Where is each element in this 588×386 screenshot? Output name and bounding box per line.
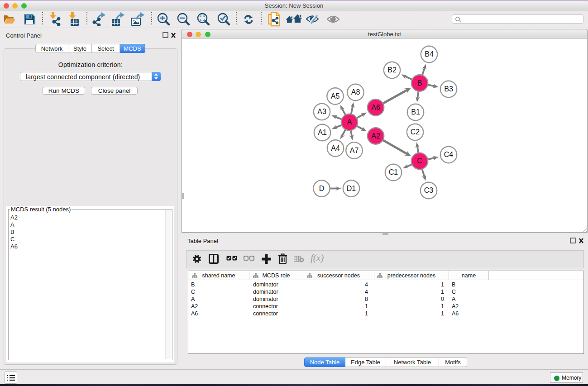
- svg-text:B4: B4: [425, 50, 434, 58]
- svg-text:A2: A2: [371, 132, 380, 140]
- svg-text:C3: C3: [424, 186, 434, 194]
- svg-text:C2: C2: [411, 128, 420, 136]
- svg-text:A8: A8: [351, 88, 360, 96]
- svg-text:B2: B2: [387, 66, 397, 74]
- svg-text:B3: B3: [444, 85, 453, 93]
- svg-text:B: B: [417, 79, 422, 87]
- svg-text:C1: C1: [389, 168, 398, 176]
- svg-text:A6: A6: [371, 104, 380, 111]
- svg-text:A5: A5: [331, 92, 340, 100]
- svg-text:A: A: [347, 118, 352, 126]
- svg-text:C: C: [417, 157, 422, 165]
- svg-text:C4: C4: [444, 151, 454, 158]
- svg-text:D: D: [319, 185, 325, 192]
- svg-text:A1: A1: [318, 129, 327, 136]
- svg-text:B1: B1: [411, 108, 420, 116]
- svg-text:A3: A3: [317, 108, 326, 115]
- svg-text:D1: D1: [347, 185, 356, 192]
- svg-text:A7: A7: [350, 147, 359, 154]
- svg-text:A4: A4: [331, 144, 340, 152]
